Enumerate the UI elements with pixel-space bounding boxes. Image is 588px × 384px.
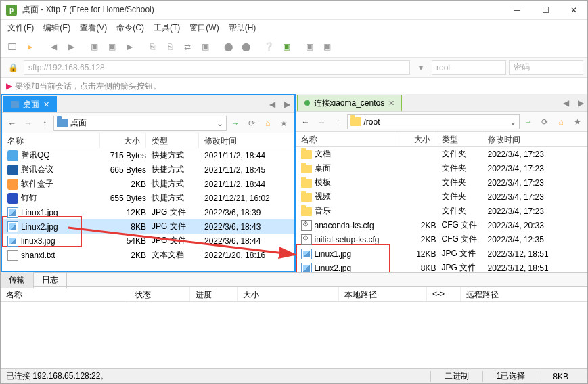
back-icon[interactable]: ◀ [45, 39, 62, 55]
tcol-name[interactable]: 名称 [1, 287, 129, 301]
home-icon[interactable]: ⌂ [261, 116, 275, 131]
menu-help[interactable]: 帮助(H) [229, 22, 256, 34]
file-row[interactable]: 视频文件夹2022/3/4, 17:23 [296, 190, 588, 204]
sync-icon[interactable]: ⇄ [179, 39, 196, 55]
tcol-local[interactable]: 本地路径 [339, 287, 427, 301]
col-type[interactable]: 类型 [436, 132, 482, 146]
file-row[interactable]: 腾讯QQ715 Bytes快捷方式2021/11/2, 18:44 [2, 148, 294, 163]
tool-f-icon[interactable]: ▣ [301, 39, 317, 55]
remote-file-list[interactable]: 文档文件夹2022/3/4, 17:23桌面文件夹2022/3/4, 17:23… [296, 147, 588, 272]
tcol-status[interactable]: 状态 [129, 287, 190, 301]
file-row[interactable]: 文档文件夹2022/3/4, 17:23 [296, 147, 588, 161]
local-tab[interactable]: 桌面 ✕ [3, 96, 57, 112]
chevron-down-icon[interactable]: ⌄ [510, 117, 516, 127]
bookmark-icon[interactable]: ★ [570, 114, 585, 129]
minimize-button[interactable]: ─ [509, 3, 525, 17]
file-row[interactable]: 模板文件夹2022/3/4, 17:23 [296, 175, 588, 190]
menu-window[interactable]: 窗口(W) [189, 22, 219, 34]
file-row[interactable]: 钉钉655 Bytes快捷方式2021/12/21, 16:02 [2, 191, 294, 205]
col-size[interactable]: 大小 [100, 133, 146, 148]
col-name[interactable]: 名称 [296, 132, 397, 146]
tool-e-icon[interactable]: ⬤ [238, 39, 254, 55]
close-icon[interactable]: ✕ [388, 99, 394, 108]
file-name: 音乐 [315, 205, 331, 217]
nav-fwd-icon[interactable]: → [315, 114, 330, 129]
file-row[interactable]: anaconda-ks.cfg2KBCFG 文件2022/3/4, 20:33 [296, 218, 588, 232]
tcol-size[interactable]: 大小 [238, 287, 339, 301]
file-row[interactable]: Linux1.jpg12KBJPG 文件2022/3/6, 18:39 [2, 205, 294, 219]
stop-icon[interactable]: ⬤ [220, 39, 236, 55]
home-icon[interactable]: ⌂ [553, 114, 568, 129]
tool-g-icon[interactable]: ▣ [319, 39, 335, 55]
col-name[interactable]: 名称 [2, 133, 100, 148]
tcol-arrows[interactable]: <-> [427, 287, 461, 301]
file-row[interactable]: 腾讯会议665 Bytes快捷方式2021/11/2, 18:45 [2, 163, 294, 177]
menu-edit[interactable]: 编辑(E) [43, 22, 70, 34]
file-row[interactable]: 桌面文件夹2022/3/4, 17:23 [296, 161, 588, 175]
close-button[interactable]: ✕ [566, 3, 582, 17]
file-row[interactable]: linux3.jpg54KBJPG 文件2022/3/6, 18:44 [2, 234, 294, 248]
col-date[interactable]: 修改时间 [199, 133, 294, 148]
username-input[interactable]: root [432, 60, 506, 75]
refresh-icon[interactable]: ⟳ [537, 114, 552, 129]
tab-log[interactable]: 日志 [34, 272, 67, 288]
file-type: 文件夹 [439, 205, 485, 217]
file-type: 快捷方式 [149, 178, 202, 190]
col-date[interactable]: 修改时间 [482, 132, 588, 146]
local-file-list[interactable]: 腾讯QQ715 Bytes快捷方式2021/11/2, 18:44腾讯会议665… [2, 148, 294, 271]
file-row[interactable]: Linux2.jpg8KBJPG 文件2022/3/6, 18:43 [2, 219, 294, 234]
remote-path-input[interactable]: /root ⌄ [347, 114, 520, 129]
file-row[interactable]: Linux2.jpg8KBJPG 文件2022/3/12, 18:51 [296, 261, 588, 272]
help-icon[interactable]: ❔ [261, 39, 277, 55]
chevron-down-icon[interactable]: ⌄ [217, 119, 223, 128]
file-row[interactable]: 音乐文件夹2022/3/4, 17:23 [296, 204, 588, 218]
nav-back-icon[interactable]: ← [298, 114, 313, 129]
nav-back-icon[interactable]: ← [5, 116, 20, 131]
tcol-progress[interactable]: 进度 [190, 287, 238, 301]
window-title: 桌面 - Xftp 7 (Free for Home/School) [22, 4, 509, 16]
nav-go-icon[interactable]: → [521, 114, 536, 129]
menu-cmd[interactable]: 命令(C) [116, 22, 144, 34]
nav-up-icon[interactable]: ↑ [37, 116, 52, 131]
copy-icon[interactable]: ⎘ [144, 39, 160, 55]
paste-icon[interactable]: ⎘ [162, 39, 178, 55]
local-tab-label: 桌面 [23, 99, 39, 110]
tool-c-icon[interactable]: ▶ [121, 39, 137, 55]
transfer-body[interactable] [1, 302, 587, 348]
local-path-input[interactable]: 桌面 ⌄ [53, 116, 227, 131]
menu-view[interactable]: 查看(V) [80, 22, 107, 34]
tcol-remote[interactable]: 远程路径 [461, 287, 587, 301]
maximize-button[interactable]: ☐ [537, 3, 553, 17]
address-input[interactable]: sftp://192.168.65.128 [24, 60, 410, 75]
col-type[interactable]: 类型 [146, 133, 199, 148]
file-row[interactable]: shanxi.txt2KB文本文档2022/1/20, 18:16 [2, 248, 294, 262]
menu-tool[interactable]: 工具(T) [154, 22, 180, 34]
file-name: 腾讯会议 [21, 164, 53, 175]
tabs-left-icon[interactable]: ◀ [559, 98, 572, 108]
forward-icon[interactable]: ▶ [63, 39, 79, 55]
tool-b-icon[interactable]: ▣ [104, 39, 120, 55]
connect-dd-icon[interactable]: ▾ [413, 60, 429, 76]
tabs-right-icon[interactable]: ▶ [281, 100, 294, 109]
nav-up-icon[interactable]: ↑ [331, 114, 346, 129]
col-size[interactable]: 大小 [397, 132, 436, 146]
refresh-icon[interactable]: ⟳ [244, 116, 259, 131]
open-icon[interactable]: ▸ [22, 39, 39, 55]
remote-tab[interactable]: 连接xiaoma_centos ✕ [297, 95, 403, 111]
close-icon[interactable]: ✕ [43, 100, 49, 109]
nav-go-icon[interactable]: → [228, 116, 243, 131]
nav-fwd-icon[interactable]: → [21, 116, 36, 131]
new-session-icon[interactable] [5, 39, 21, 55]
file-row[interactable]: 软件盒子2KB快捷方式2021/11/2, 18:44 [2, 177, 294, 191]
menu-file[interactable]: 文件(F) [7, 22, 34, 34]
tab-transfer[interactable]: 传输 [1, 272, 34, 288]
tabs-left-icon[interactable]: ◀ [266, 100, 279, 109]
file-row[interactable]: initial-setup-ks.cfg2KBCFG 文件2022/3/4, 1… [296, 232, 588, 247]
tabs-right-icon[interactable]: ▶ [574, 98, 587, 108]
tool-d-icon[interactable]: ▣ [197, 39, 213, 55]
app-icon-small[interactable]: ▣ [278, 39, 294, 55]
bookmark-icon[interactable]: ★ [277, 116, 292, 131]
password-input[interactable]: 密码 [509, 60, 583, 75]
file-row[interactable]: Linux1.jpg12KBJPG 文件2022/3/12, 18:51 [296, 247, 588, 261]
tool-a-icon[interactable]: ▣ [86, 39, 102, 55]
